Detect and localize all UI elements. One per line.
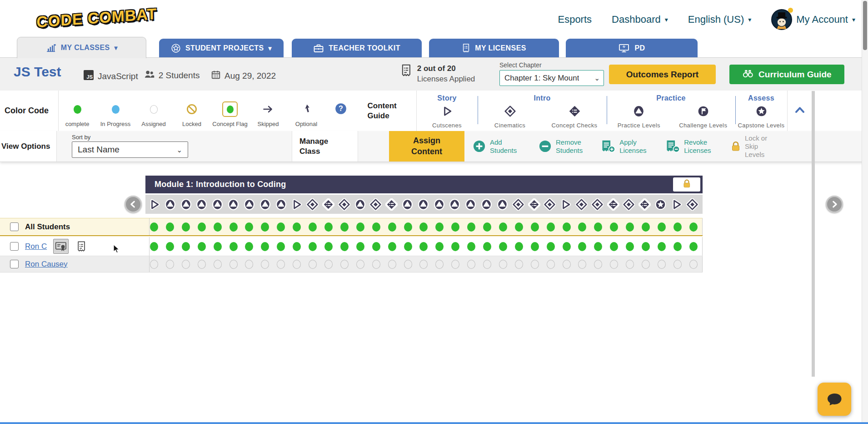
level-play-icon[interactable] — [148, 198, 160, 211]
level-concept-icon[interactable] — [385, 198, 398, 211]
progress-dot-assigned[interactable] — [340, 260, 349, 269]
tab-my-licenses[interactable]: MY LICENSES — [429, 39, 559, 57]
progress-dot-assigned[interactable] — [531, 260, 539, 269]
progress-dot-assigned[interactable] — [467, 260, 475, 269]
progress-dot-complete[interactable] — [483, 222, 491, 232]
progress-dot-assigned[interactable] — [483, 260, 491, 269]
level-cinematic-icon[interactable] — [575, 198, 588, 211]
progress-dot-complete[interactable] — [689, 242, 698, 251]
progress-dot-complete[interactable] — [531, 242, 539, 251]
action-remove-students[interactable]: Remove Students — [539, 131, 589, 162]
progress-dot-complete[interactable] — [563, 222, 571, 232]
level-practice-icon[interactable] — [243, 198, 255, 211]
progress-dot-assigned[interactable] — [245, 260, 253, 269]
progress-dot-complete[interactable] — [658, 222, 666, 232]
progress-dot-complete[interactable] — [515, 222, 523, 232]
certificate-button[interactable] — [53, 239, 69, 254]
progress-dot-assigned[interactable] — [372, 260, 380, 269]
progress-dot-complete[interactable] — [547, 222, 555, 232]
progress-dot-complete[interactable] — [198, 222, 206, 232]
progress-dot-complete[interactable] — [435, 222, 444, 232]
student-name-link[interactable]: Ron Causey — [25, 260, 68, 269]
progress-dot-complete[interactable] — [483, 242, 491, 251]
progress-dot-complete[interactable] — [419, 222, 428, 232]
progress-dot-complete[interactable] — [610, 242, 618, 251]
level-practice-icon[interactable] — [227, 198, 239, 211]
progress-dot-assigned[interactable] — [277, 260, 285, 269]
progress-dot-assigned[interactable] — [578, 260, 586, 269]
progress-dot-complete[interactable] — [293, 222, 301, 232]
progress-dot-complete[interactable] — [214, 242, 222, 251]
progress-dot-assigned[interactable] — [689, 260, 698, 269]
progress-dot-complete[interactable] — [499, 242, 507, 251]
level-cinematic-icon[interactable] — [512, 198, 524, 211]
progress-dot-assigned[interactable] — [547, 260, 555, 269]
progress-dot-complete[interactable] — [340, 242, 349, 251]
collapse-panel-button[interactable] — [787, 91, 812, 131]
level-cinematic-icon[interactable] — [591, 198, 604, 211]
progress-dot-assigned[interactable] — [309, 260, 317, 269]
progress-dot-complete[interactable] — [340, 222, 349, 232]
level-concept-icon[interactable] — [322, 198, 334, 211]
progress-dot-assigned[interactable] — [166, 260, 174, 269]
progress-dot-complete[interactable] — [261, 222, 269, 232]
progress-dot-complete[interactable] — [673, 242, 682, 251]
progress-dot-complete[interactable] — [467, 242, 475, 251]
level-practice-icon[interactable] — [480, 198, 493, 211]
level-play-icon[interactable] — [290, 198, 303, 211]
tab-pd[interactable]: PD — [566, 39, 698, 57]
level-cinematic-icon[interactable] — [369, 198, 382, 211]
avatar[interactable] — [771, 9, 792, 30]
progress-dot-complete[interactable] — [309, 242, 317, 251]
progress-dot-complete[interactable] — [499, 222, 507, 232]
action-lock-or-skip-levels[interactable]: Lock or Skip Levels — [731, 131, 772, 162]
progress-dot-assigned[interactable] — [198, 260, 206, 269]
curriculum-guide-button[interactable]: Curriculum Guide — [729, 65, 844, 84]
progress-dot-complete[interactable] — [324, 222, 333, 232]
level-practice-icon[interactable] — [164, 198, 176, 211]
progress-dot-assigned[interactable] — [594, 260, 602, 269]
progress-dot-assigned[interactable] — [388, 260, 396, 269]
level-practice-icon[interactable] — [195, 198, 208, 211]
progress-dot-complete[interactable] — [658, 242, 666, 251]
progress-dot-assigned[interactable] — [182, 260, 190, 269]
scroll-left-button[interactable] — [125, 196, 142, 213]
level-practice-icon[interactable] — [433, 198, 445, 211]
progress-dot-assigned[interactable] — [610, 260, 618, 269]
progress-dot-assigned[interactable] — [324, 260, 333, 269]
level-concept-icon[interactable] — [607, 198, 619, 211]
progress-dot-complete[interactable] — [388, 242, 396, 251]
student-checkbox[interactable] — [10, 222, 19, 231]
level-concept-icon[interactable] — [639, 198, 651, 211]
tab-student-projects[interactable]: STUDENT PROJECTS▾ — [159, 39, 284, 57]
codecombat-logo[interactable]: CODE COMBAT — [36, 3, 155, 33]
progress-dot-complete[interactable] — [261, 242, 269, 251]
level-practice-icon[interactable] — [417, 198, 429, 211]
progress-dot-assigned[interactable] — [658, 260, 666, 269]
action-add-students[interactable]: Add Students — [473, 131, 522, 162]
student-checkbox[interactable] — [10, 260, 19, 268]
level-play-icon[interactable] — [559, 198, 572, 211]
progress-dot-complete[interactable] — [356, 222, 364, 232]
progress-dot-complete[interactable] — [182, 222, 190, 232]
progress-dot-complete[interactable] — [198, 242, 206, 251]
progress-dot-complete[interactable] — [229, 222, 238, 232]
level-practice-icon[interactable] — [354, 198, 366, 211]
progress-dot-complete[interactable] — [626, 242, 634, 251]
progress-dot-complete[interactable] — [150, 222, 158, 232]
page-scrollbar-thumb[interactable] — [863, 1, 867, 50]
tab-teacher-toolkit[interactable]: TEACHER TOOLKIT — [292, 39, 422, 57]
grid-scrollbar[interactable] — [812, 91, 815, 377]
level-cinematic-icon[interactable] — [338, 198, 350, 211]
nav-item-english-us-[interactable]: English (US)▾ — [688, 14, 752, 25]
progress-dot-complete[interactable] — [531, 222, 539, 232]
progress-dot-assigned[interactable] — [626, 260, 634, 269]
level-play-icon[interactable] — [670, 198, 683, 211]
scroll-right-button[interactable] — [826, 196, 843, 213]
level-practice-icon[interactable] — [275, 198, 287, 211]
progress-dot-assigned[interactable] — [563, 260, 571, 269]
progress-dot-complete[interactable] — [467, 222, 475, 232]
progress-dot-complete[interactable] — [610, 222, 618, 232]
progress-dot-complete[interactable] — [166, 242, 174, 251]
level-practice-icon[interactable] — [449, 198, 461, 211]
